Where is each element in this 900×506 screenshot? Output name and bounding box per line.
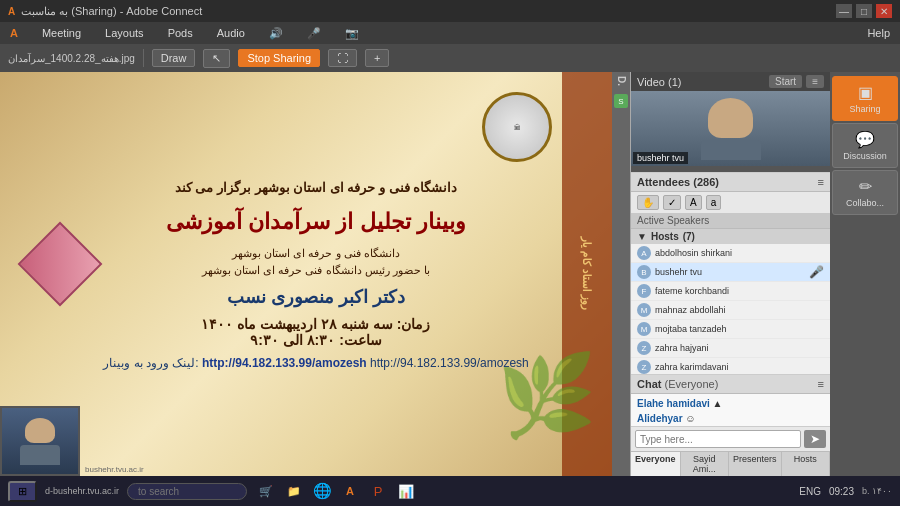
video-start-button[interactable]: Start — [769, 75, 802, 88]
title-bar-text: به مناسبت (Sharing) - Adobe Connect — [21, 5, 202, 18]
menu-audio[interactable]: Audio — [213, 25, 249, 41]
hosts-list: A abdolhosin shirkani B bushehr tvu 🎤 F … — [631, 244, 830, 374]
chat-tab-hosts[interactable]: Hosts — [782, 452, 830, 476]
audio-mic-icon[interactable]: 🎤 — [303, 25, 325, 42]
host-avatar: B — [637, 265, 651, 279]
presentation-area: روز استاد کام یار 🏛 🌿 دانشگاه فنی و حرفه… — [0, 72, 612, 476]
audio-cam-icon[interactable]: 📷 — [341, 25, 363, 42]
video-controls: Start ≡ — [769, 75, 824, 88]
menu-meeting[interactable]: Meeting — [38, 25, 85, 41]
mic-active-icon: 🎤 — [809, 265, 824, 279]
host-item: F fateme korchbandi — [631, 282, 830, 301]
sidebar-pod-sharing[interactable]: ▣Sharing — [832, 76, 898, 121]
taskbar-files-icon[interactable]: 📁 — [283, 480, 305, 502]
stop-sharing-button[interactable]: Stop Sharing — [238, 49, 320, 67]
video-person-name: bushehr tvu — [633, 152, 688, 164]
close-button[interactable]: ✕ — [876, 4, 892, 18]
taskbar-icons: 🛒 📁 🌐 A P 📊 — [255, 480, 417, 502]
menu-bar: A Meeting Layouts Pods Audio 🔊 🎤 📷 Help — [0, 22, 900, 44]
chat-tab-presenters[interactable]: Presenters — [729, 452, 782, 476]
host-avatar: M — [637, 303, 651, 317]
attendees-section: Attendees (286) ≡ ✋ ✓ A a Active Speaker… — [631, 172, 830, 374]
toolbar-sep-1 — [143, 49, 144, 67]
webcam-face — [25, 418, 55, 443]
att-agree-button[interactable]: ✓ — [663, 195, 681, 210]
slide-title: وبینار تجلیل از سرآمدان آموزشی — [166, 207, 465, 238]
sidebar-pod-icon: ✏ — [837, 177, 893, 196]
chat-tab-sayid-ami...[interactable]: Sayid Ami... — [681, 452, 729, 476]
pointer-button[interactable]: ↖ — [203, 49, 230, 68]
chat-indicator: ▲ — [713, 398, 723, 409]
start-button[interactable]: ⊞ — [8, 481, 37, 502]
host-avatar: Z — [637, 341, 651, 355]
maximize-button[interactable]: □ — [856, 4, 872, 18]
webcam-overlay — [0, 406, 80, 476]
sync-button[interactable]: S — [614, 94, 628, 108]
host-avatar: Z — [637, 360, 651, 374]
menu-help[interactable]: Help — [863, 25, 894, 41]
slide-link-row: لینک ورود به وبینار: http://94.182.133.9… — [103, 356, 529, 370]
taskbar-search[interactable] — [127, 483, 247, 500]
att-raise-hand-button[interactable]: ✋ — [637, 195, 659, 210]
host-avatar: A — [637, 246, 651, 260]
more-button[interactable]: + — [365, 49, 389, 67]
taskbar-date: b. ۱۴۰۰ — [862, 486, 892, 496]
video-menu-button[interactable]: ≡ — [806, 75, 824, 88]
host-item: M mojtaba tanzadeh — [631, 320, 830, 339]
slide-link-label: لینک ورود به وبینار: — [103, 356, 198, 370]
host-name: zahra karimdavani — [655, 362, 729, 372]
fullscreen-button[interactable]: ⛶ — [328, 49, 357, 67]
file-name: هفته_1400.2.28_سرآمدان.jpg — [8, 53, 135, 64]
menu-pods[interactable]: Pods — [164, 25, 197, 41]
host-name: mahnaz abdollahi — [655, 305, 726, 315]
video-header: Video (1) Start ≡ — [631, 72, 830, 91]
slide-link-url: http://94.182.133.99/amozesh — [202, 356, 367, 370]
att-font-size-small-button[interactable]: a — [706, 195, 722, 210]
minimize-button[interactable]: — — [836, 4, 852, 18]
host-item: A abdolhosin shirkani — [631, 244, 830, 263]
taskbar-store-icon[interactable]: 🛒 — [255, 480, 277, 502]
taskbar-ppt-icon[interactable]: P — [367, 480, 389, 502]
chat-send-button[interactable]: ➤ — [804, 430, 826, 448]
host-name: bushehr tvu — [655, 267, 702, 277]
taskbar-edge-icon[interactable]: 🌐 — [311, 480, 333, 502]
taskbar-right: ENG 09:23 b. ۱۴۰۰ — [799, 486, 892, 497]
taskbar-lang: ENG — [799, 486, 821, 497]
sidebar-pod-collabo...[interactable]: ✏Collabo... — [832, 170, 898, 215]
video-section: Video (1) Start ≡ bushehr tvu — [631, 72, 830, 172]
menu-layouts[interactable]: Layouts — [101, 25, 148, 41]
video-face — [708, 98, 753, 138]
sidebar-pod-icon: ▣ — [837, 83, 893, 102]
video-title: Video (1) — [637, 76, 681, 88]
taskbar-app2-icon[interactable]: 📊 — [395, 480, 417, 502]
att-font-size-button[interactable]: A — [685, 195, 702, 210]
slide-date: زمان: سه شنبه ۲۸ اردیبهشت ماه ۱۴۰۰ — [201, 316, 430, 332]
sidebar-pod-label: Discussion — [843, 151, 887, 161]
sidebar-pod-discussion[interactable]: 💬Discussion — [832, 123, 898, 168]
attendees-toolbar: ✋ ✓ A a — [631, 192, 830, 213]
host-item: B bushehr tvu 🎤 — [631, 263, 830, 282]
hosts-header: ▼ Hosts (7) — [631, 229, 830, 244]
taskbar-adobe-icon[interactable]: A — [339, 480, 361, 502]
sidebar-pod-label: Collabo... — [846, 198, 884, 208]
active-speakers-bar: Active Speakers — [631, 213, 830, 229]
host-item: Z zahra karimdavani — [631, 358, 830, 374]
collapse-icon[interactable]: ▼ — [637, 231, 647, 242]
audio-speaker-icon[interactable]: 🔊 — [265, 25, 287, 42]
webcam-body — [20, 445, 60, 465]
title-bar: A به مناسبت (Sharing) - Adobe Connect — … — [0, 0, 900, 22]
draw-button[interactable]: Draw — [152, 49, 196, 67]
chat-tab-everyone[interactable]: Everyone — [631, 452, 681, 476]
far-right-sidebar: ▣Sharing💬Discussion✏Collabo... — [830, 72, 900, 476]
chat-sender: Elahe hamidavi — [637, 398, 710, 409]
attendees-menu-button[interactable]: ≡ — [818, 176, 824, 188]
chat-message: Alidehyar ☺ — [637, 413, 824, 424]
d-panel: D. S — [612, 72, 630, 476]
chat-input[interactable] — [635, 430, 801, 448]
slide-content: روز استاد کام یار 🏛 🌿 دانشگاه فنی و حرفه… — [0, 72, 612, 476]
window-controls: — □ ✕ — [836, 4, 892, 18]
title-bar-logo: A به مناسبت (Sharing) - Adobe Connect — [8, 5, 202, 18]
menu-adobe[interactable]: A — [6, 25, 22, 41]
chat-tabs: EveryoneSayid Ami...PresentersHosts — [631, 451, 830, 476]
chat-menu-button[interactable]: ≡ — [818, 378, 824, 390]
